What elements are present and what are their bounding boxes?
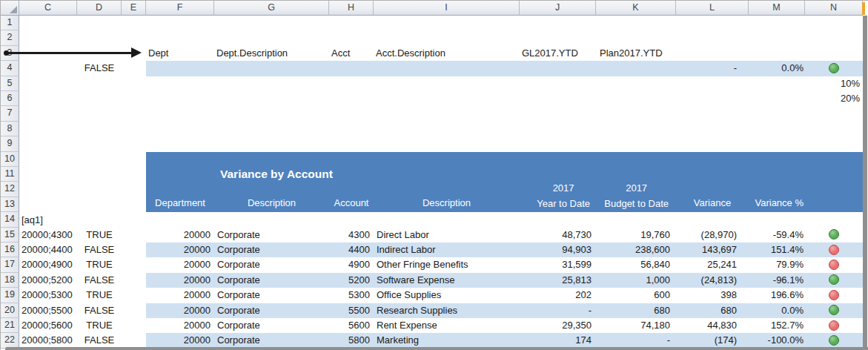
- cell-acct-description-field[interactable]: Acct.Description: [376, 46, 445, 61]
- cell-acct-desc[interactable]: Office Supplies: [377, 288, 441, 303]
- col-label-budget-to-date[interactable]: 2017Budget to Date: [596, 181, 669, 211]
- cell-variance[interactable]: (24,813): [676, 273, 737, 288]
- column-header[interactable]: I: [374, 1, 520, 16]
- column-header[interactable]: J: [520, 1, 596, 16]
- cell-budget[interactable]: 680: [596, 303, 670, 318]
- cell-variance[interactable]: 398: [676, 288, 737, 303]
- cell-dept[interactable]: 20000: [146, 257, 211, 272]
- column-header[interactable]: E: [122, 1, 146, 16]
- cell-acct-desc[interactable]: Software Expense: [377, 273, 455, 288]
- select-all-corner[interactable]: [1, 1, 19, 16]
- cell-filter-variance-pct[interactable]: 0.0%: [749, 61, 804, 76]
- col-label-variance-pct[interactable]: Variance %: [749, 196, 804, 211]
- cell-flag[interactable]: FALSE: [77, 273, 122, 288]
- cell-ytd[interactable]: 25,813: [520, 273, 592, 288]
- cell-acct-field[interactable]: Acct: [331, 46, 350, 61]
- cell-variance[interactable]: 44,830: [676, 318, 737, 333]
- cell-key[interactable]: 20000;4900: [21, 257, 73, 272]
- cell-threshold-high[interactable]: 20%: [805, 91, 860, 106]
- cell-filter-flag[interactable]: FALSE: [77, 61, 122, 76]
- cell-flag[interactable]: TRUE: [77, 228, 122, 242]
- row-header[interactable]: 11: [1, 167, 19, 182]
- cell-dept-desc[interactable]: Corporate: [217, 318, 260, 333]
- column-header[interactable]: N: [805, 1, 863, 16]
- cell-ytd[interactable]: 174: [520, 333, 592, 348]
- column-header[interactable]: D: [77, 1, 122, 16]
- col-label-year-to-date[interactable]: 2017Year to Date: [520, 181, 590, 211]
- cell-flag[interactable]: TRUE: [77, 288, 122, 303]
- cell-ytd[interactable]: 202: [520, 288, 592, 303]
- cell-dept[interactable]: 20000: [146, 228, 211, 242]
- cell-budget[interactable]: 74,180: [596, 318, 670, 333]
- cell-budget[interactable]: 600: [596, 288, 670, 303]
- cell-dept[interactable]: 20000: [146, 303, 211, 318]
- row-header[interactable]: 1: [1, 16, 19, 30]
- cell-flag[interactable]: TRUE: [77, 318, 122, 333]
- cell-key[interactable]: 20000;5600: [21, 318, 73, 333]
- cell-variance-pct[interactable]: -96.1%: [749, 273, 804, 288]
- col-label-variance[interactable]: Variance: [676, 196, 749, 211]
- cell-ytd[interactable]: 48,730: [520, 228, 592, 242]
- cell-dept-description-field[interactable]: Dept.Description: [216, 46, 288, 61]
- cell-acct-desc[interactable]: Direct Labor: [377, 228, 429, 242]
- column-header[interactable]: C: [19, 1, 77, 16]
- cell-acct-desc[interactable]: Other Fringe Benefits: [377, 257, 468, 272]
- cell-variance-pct[interactable]: 79.9%: [749, 257, 804, 272]
- cell-key[interactable]: 20000;5500: [21, 303, 73, 318]
- column-header[interactable]: G: [214, 1, 329, 16]
- row-header[interactable]: 10: [1, 152, 19, 167]
- col-label-dept-description[interactable]: Description: [214, 196, 329, 211]
- cell-ytd[interactable]: 29,350: [520, 318, 592, 333]
- cell-acct[interactable]: 5800: [329, 333, 370, 348]
- cell-dept-desc[interactable]: Corporate: [217, 273, 260, 288]
- cell-variance-pct[interactable]: 151.4%: [749, 242, 804, 257]
- cell-key[interactable]: 20000;5800: [21, 333, 73, 348]
- cell-acct-desc[interactable]: Indirect Labor: [377, 242, 436, 257]
- cell-ytd[interactable]: 94,903: [520, 242, 592, 257]
- cell-variance-pct[interactable]: 152.7%: [749, 318, 804, 333]
- cell-dept[interactable]: 20000: [146, 333, 211, 348]
- cell-variance[interactable]: 143,697: [676, 242, 737, 257]
- cell-acct[interactable]: 4900: [329, 257, 370, 272]
- cell-budget[interactable]: 238,600: [596, 242, 670, 257]
- column-header[interactable]: F: [146, 1, 214, 16]
- cell-acct-desc[interactable]: Marketing: [377, 333, 419, 348]
- cell-budget[interactable]: -: [596, 333, 670, 348]
- cell-acct[interactable]: 5600: [329, 318, 370, 333]
- cell-ytd[interactable]: -: [520, 303, 592, 318]
- cell-acct[interactable]: 4300: [329, 228, 370, 242]
- cell-acct-desc[interactable]: Research Supplies: [377, 303, 457, 318]
- column-header[interactable]: K: [596, 1, 676, 16]
- cell-variance[interactable]: (174): [676, 333, 737, 348]
- row-header[interactable]: 9: [1, 136, 19, 151]
- column-header[interactable]: M: [749, 1, 805, 16]
- cell-key[interactable]: 20000;5200: [21, 273, 73, 288]
- column-header[interactable]: L: [676, 1, 749, 16]
- cell-variance[interactable]: 680: [676, 303, 737, 318]
- cell-dept-desc[interactable]: Corporate: [217, 257, 260, 272]
- cell-key[interactable]: 20000;4400: [21, 242, 73, 257]
- cell-acct[interactable]: 5200: [329, 273, 370, 288]
- cell-budget[interactable]: 19,760: [596, 228, 670, 242]
- cell-flag[interactable]: FALSE: [77, 303, 122, 318]
- cell-acct[interactable]: 5300: [329, 288, 370, 303]
- cell-gl2017-ytd-field[interactable]: GL2017.YTD: [522, 46, 578, 61]
- cell-dept[interactable]: 20000: [146, 318, 211, 333]
- row-header[interactable]: 13: [1, 197, 19, 212]
- cell-query-label[interactable]: [aq1]: [21, 213, 43, 228]
- row-header[interactable]: 2: [1, 30, 19, 45]
- cell-variance-pct[interactable]: -59.4%: [749, 228, 804, 242]
- cell-dept[interactable]: 20000: [146, 288, 211, 303]
- row-header[interactable]: 7: [1, 106, 19, 121]
- cell-filter-variance[interactable]: -: [676, 61, 737, 76]
- cell-dept-desc[interactable]: Corporate: [217, 303, 260, 318]
- cell-key[interactable]: 20000;4300: [21, 228, 73, 242]
- column-header[interactable]: H: [329, 1, 374, 16]
- cell-acct[interactable]: 5500: [329, 303, 370, 318]
- row-header[interactable]: 12: [1, 182, 19, 197]
- cell-key[interactable]: 20000;5300: [21, 288, 73, 303]
- cell-acct[interactable]: 4400: [329, 242, 370, 257]
- cell-plan2017-ytd-field[interactable]: Plan2017.YTD: [600, 46, 663, 61]
- row-header[interactable]: 8: [1, 122, 19, 136]
- cell-dept[interactable]: 20000: [146, 242, 211, 257]
